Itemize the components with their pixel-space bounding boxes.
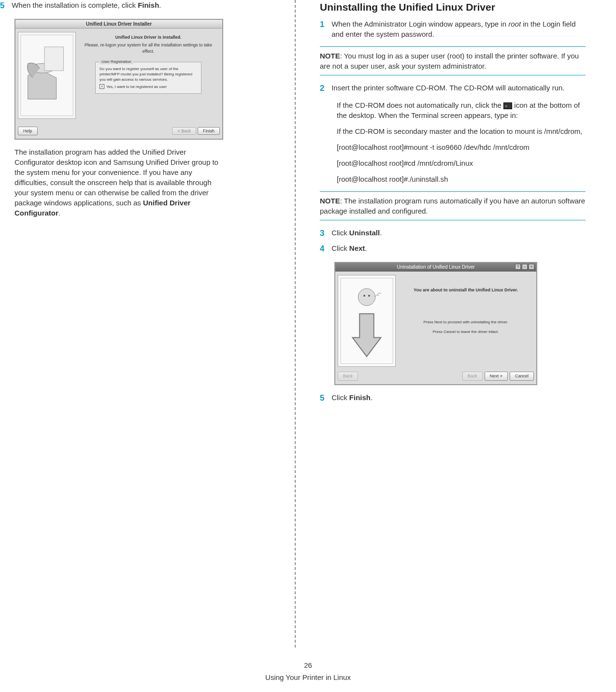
uninstaller-titlebar: Uninstallation of Unified Linux Driver ?… — [335, 263, 536, 272]
text: The installation program has added the U… — [14, 148, 218, 207]
sub-instructions: If the CD-ROM does not automatically run… — [337, 100, 586, 184]
command-mount: [root@localhost root]#mount -t iso9660 /… — [337, 142, 586, 152]
finish-button[interactable]: Finish — [198, 127, 220, 135]
back-button-2: Back — [462, 372, 483, 381]
text: If the CD-ROM does not automatically run… — [337, 101, 503, 109]
text: . — [365, 244, 367, 252]
svg-point-5 — [363, 295, 365, 297]
step-text: When the installation is complete, click… — [12, 0, 272, 10]
step-text: When the Administrator Login window appe… — [331, 19, 583, 39]
terminal-icon — [503, 102, 512, 109]
note-text: : The installation program runs automati… — [320, 197, 585, 215]
uninstaller-title: Uninstallation of Unified Linux Driver — [397, 264, 474, 270]
installer-main-panel: Unified Linux Driver is installed. Pleas… — [81, 34, 216, 94]
back-button: Back — [338, 372, 358, 381]
svg-rect-2 — [44, 47, 63, 71]
installer-sidebar-image — [18, 32, 76, 119]
finish-label: Finish — [349, 393, 371, 402]
back-button: < Back — [172, 127, 196, 135]
checkbox-label: Yes, I want to be registered as user — [106, 84, 167, 89]
text: Click — [331, 244, 349, 252]
uninstall-headline: You are about to uninstall the Unified L… — [401, 287, 531, 293]
installer-header: Unified Linux Driver is installed. — [81, 34, 216, 41]
command-uninstall: [root@localhost root]#./uninstall.sh — [337, 174, 586, 184]
help-window-icon[interactable]: ? — [515, 264, 521, 270]
note-label: NOTE — [320, 197, 340, 205]
step-2-uninstall: 2 Insert the printer software CD-ROM. Th… — [320, 83, 586, 94]
page-footer: 26 Using Your Printer in Linux — [0, 660, 616, 682]
installer-screenshot: Unified Linux Driver Installer Unified L… — [14, 19, 223, 140]
close-icon[interactable]: × — [529, 264, 534, 270]
text: Click — [331, 229, 349, 237]
svg-point-4 — [358, 288, 375, 305]
help-button[interactable]: Help — [18, 127, 38, 136]
step-number: 4 — [320, 243, 329, 255]
text: . — [159, 1, 161, 9]
registration-checkbox-row[interactable]: x Yes, I want to be registered as user — [100, 84, 197, 89]
cancel-button[interactable]: Cancel — [510, 372, 534, 381]
post-install-text: The installation program has added the U… — [14, 147, 227, 218]
next-label: Next — [349, 244, 365, 252]
step-text: Click Next. — [331, 243, 583, 253]
sub-line-2: If the CD-ROM is secondary master and th… — [337, 126, 586, 136]
root-italic: root — [508, 20, 521, 28]
uninstall-line3: Press Cancel to leave the driver intact. — [401, 329, 531, 334]
step-number: 2 — [320, 83, 329, 94]
command-cd: [root@localhost root]#cd /mnt/cdrom/Linu… — [337, 158, 586, 168]
uninstaller-button-bar: Back Back Next > Cancel — [338, 371, 534, 382]
step-5-uninstall: 5 Click Finish. — [320, 392, 586, 404]
installer-button-bar: Help < Back Finish — [18, 126, 220, 136]
uninstaller-screenshot: Uninstallation of Unified Linux Driver ?… — [334, 262, 537, 385]
text: Click — [331, 393, 349, 402]
sub-line-1: If the CD-ROM does not automatically run… — [337, 100, 586, 120]
uninstall-line2: Press Next to proceed with uninstalling … — [401, 319, 531, 325]
step-3-uninstall: 3 Click Uninstall. — [320, 228, 586, 239]
text: . — [58, 209, 60, 217]
step-1-uninstall: 1 When the Administrator Login window ap… — [320, 19, 586, 39]
section-title: Uninstalling the Unified Linux Driver — [320, 0, 586, 14]
column-divider — [295, 0, 296, 648]
step-5-install: 5 When the installation is complete, cli… — [0, 0, 275, 12]
checkbox-icon[interactable]: x — [100, 84, 104, 89]
text: . — [380, 229, 382, 237]
uninstaller-main-panel: You are about to uninstall the Unified L… — [401, 287, 531, 338]
minimize-icon[interactable]: – — [522, 264, 528, 270]
step-text: Click Finish. — [331, 392, 583, 403]
window-buttons: ? – × — [515, 264, 534, 270]
section-name: Using Your Printer in Linux — [265, 673, 351, 681]
registration-text: Do you want to register yourself as user… — [100, 66, 197, 83]
uninstaller-sidebar-image — [338, 275, 396, 367]
step-number: 5 — [0, 0, 10, 12]
note-superuser: NOTE: You must log in as a super user (r… — [320, 46, 586, 75]
note-text: : You must log in as a super user (root)… — [320, 52, 579, 70]
finish-label: Finish — [138, 1, 159, 9]
note-label: NOTE — [320, 52, 340, 60]
page-number: 26 — [0, 660, 616, 670]
svg-point-6 — [368, 295, 370, 297]
user-registration-box: User Registration Do you want to registe… — [95, 62, 201, 94]
uninstall-label: Uninstall — [349, 229, 380, 237]
installer-subheader: Please, re-logon your system for all the… — [81, 42, 216, 54]
step-text: Click Uninstall. — [331, 228, 583, 238]
step-number: 5 — [320, 392, 329, 404]
step-text: Insert the printer software CD-ROM. The … — [331, 83, 583, 93]
step-4-uninstall: 4 Click Next. — [320, 243, 586, 255]
note-autorun: NOTE: The installation program runs auto… — [320, 191, 586, 220]
next-button[interactable]: Next > — [485, 372, 508, 381]
text: When the installation is complete, click — [12, 1, 138, 9]
step-number: 1 — [320, 19, 329, 30]
registration-title: User Registration — [100, 59, 133, 64]
step-number: 3 — [320, 228, 329, 239]
text: When the Administrator Login window appe… — [331, 20, 508, 28]
installer-titlebar: Unified Linux Driver Installer — [15, 20, 222, 29]
text: . — [371, 393, 372, 402]
